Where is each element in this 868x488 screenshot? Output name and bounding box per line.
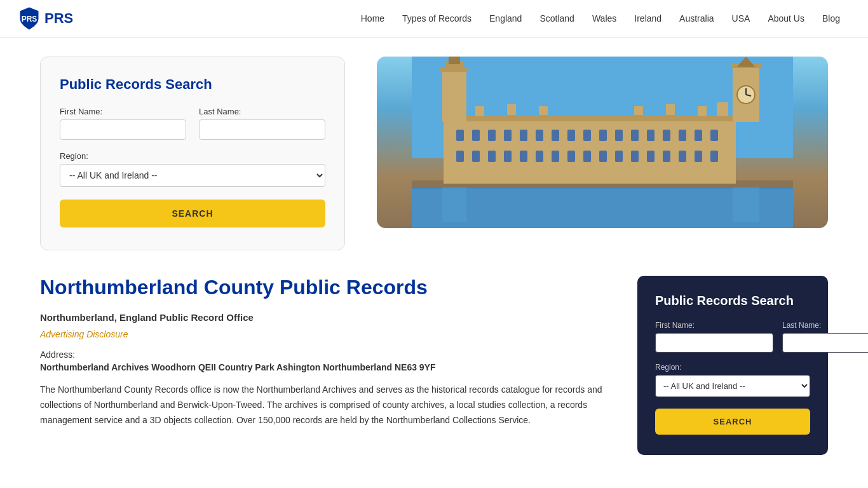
- svg-rect-60: [733, 187, 759, 222]
- nav-ireland[interactable]: Ireland: [625, 8, 670, 29]
- nav-wales[interactable]: Wales: [583, 8, 625, 29]
- search-button[interactable]: SEARCH: [60, 200, 325, 227]
- nav-about-us[interactable]: About Us: [759, 8, 813, 29]
- article: Northumberland County Public Records Nor…: [40, 276, 612, 428]
- nav-types-of-records[interactable]: Types of Records: [393, 8, 480, 29]
- address-label: Address:: [40, 349, 612, 360]
- svg-rect-20: [679, 130, 686, 141]
- first-name-input[interactable]: [60, 119, 186, 140]
- svg-rect-39: [710, 151, 718, 162]
- search-card-title: Public Records Search: [60, 76, 325, 93]
- svg-rect-43: [507, 104, 516, 115]
- svg-rect-31: [583, 151, 591, 162]
- svg-rect-13: [567, 130, 575, 141]
- sidebar-search-title: Public Records Search: [655, 294, 810, 308]
- svg-rect-9: [504, 130, 512, 141]
- svg-rect-52: [449, 57, 460, 64]
- sidebar-first-name-label: First Name:: [655, 321, 773, 330]
- sidebar-last-name-input[interactable]: [782, 333, 868, 353]
- search-card: Public Records Search First Name: Last N…: [40, 57, 345, 250]
- svg-rect-42: [475, 106, 484, 116]
- svg-rect-61: [442, 187, 466, 222]
- svg-rect-30: [567, 151, 575, 162]
- sidebar-region-select[interactable]: -- All UK and Ireland -- England Scotlan…: [655, 375, 810, 397]
- svg-rect-25: [488, 151, 496, 162]
- top-section: Public Records Search First Name: Last N…: [40, 57, 828, 250]
- svg-rect-12: [552, 130, 559, 141]
- sidebar-first-name-input[interactable]: [655, 333, 773, 353]
- svg-rect-32: [599, 151, 607, 162]
- search-form-row: First Name: Last Name:: [60, 107, 325, 140]
- nav-england[interactable]: England: [480, 8, 531, 29]
- svg-rect-19: [663, 130, 670, 141]
- article-body: The Northumberland County Records office…: [40, 383, 612, 428]
- sidebar-search-card: Public Records Search First Name: Last N…: [637, 276, 828, 455]
- svg-rect-24: [472, 151, 480, 162]
- svg-rect-8: [488, 130, 496, 141]
- svg-rect-18: [647, 130, 654, 141]
- nav-usa[interactable]: USA: [723, 8, 759, 29]
- sidebar-form-row: First Name: Last Name:: [655, 321, 810, 353]
- svg-rect-33: [615, 151, 623, 162]
- last-name-group: Last Name:: [199, 107, 325, 140]
- svg-rect-23: [456, 151, 464, 162]
- region-label: Region:: [60, 151, 325, 161]
- svg-rect-15: [599, 130, 607, 141]
- nav-home[interactable]: Home: [352, 8, 393, 29]
- svg-rect-6: [456, 130, 464, 141]
- sidebar-first-name-group: First Name:: [655, 321, 773, 353]
- svg-rect-48: [717, 102, 728, 116]
- sidebar-search-button[interactable]: SEARCH: [655, 409, 810, 435]
- first-name-group: First Name:: [60, 107, 186, 140]
- svg-rect-27: [520, 151, 527, 162]
- main-nav: PRS PRS Home Types of Records England Sc…: [0, 0, 868, 37]
- advertising-disclosure[interactable]: Advertising Disclosure: [40, 329, 612, 339]
- svg-rect-40: [444, 115, 736, 121]
- logo-text: PRS: [44, 10, 73, 27]
- svg-rect-11: [536, 130, 543, 141]
- main-content: Public Records Search First Name: Last N…: [21, 37, 847, 455]
- nav-links: Home Types of Records England Scotland W…: [352, 8, 849, 29]
- address-value: Northumberland Archives Woodhorn QEII Co…: [40, 362, 612, 372]
- svg-rect-47: [698, 106, 707, 116]
- nav-blog[interactable]: Blog: [813, 8, 849, 29]
- first-name-label: First Name:: [60, 107, 186, 116]
- svg-rect-10: [520, 130, 527, 141]
- nav-scotland[interactable]: Scotland: [531, 8, 583, 29]
- logo-link[interactable]: PRS PRS: [19, 6, 73, 30]
- svg-rect-7: [472, 130, 480, 141]
- svg-rect-38: [695, 151, 702, 162]
- region-group: Region: -- All UK and Ireland -- England…: [60, 151, 325, 187]
- bottom-section: Northumberland County Public Records Nor…: [40, 276, 828, 455]
- last-name-label: Last Name:: [199, 107, 325, 116]
- svg-rect-59: [444, 188, 736, 220]
- sidebar-region-label: Region:: [655, 363, 810, 372]
- sidebar-last-name-group: Last Name:: [782, 321, 868, 353]
- article-subtitle: Northumberland, England Public Record Of…: [40, 312, 612, 323]
- svg-rect-21: [695, 130, 702, 141]
- logo-icon: PRS: [19, 6, 39, 30]
- svg-rect-49: [442, 69, 466, 121]
- svg-rect-22: [710, 130, 718, 141]
- svg-rect-46: [666, 104, 675, 115]
- article-title: Northumberland County Public Records: [40, 276, 612, 299]
- svg-rect-37: [679, 151, 686, 162]
- svg-rect-44: [539, 106, 548, 115]
- svg-rect-34: [631, 151, 639, 162]
- last-name-input[interactable]: [199, 119, 325, 140]
- nav-australia[interactable]: Australia: [670, 8, 722, 29]
- svg-rect-26: [504, 151, 512, 162]
- svg-rect-35: [647, 151, 654, 162]
- hero-image: [377, 57, 828, 228]
- svg-text:PRS: PRS: [22, 15, 37, 24]
- sidebar-last-name-label: Last Name:: [782, 321, 868, 330]
- svg-rect-45: [634, 106, 643, 115]
- svg-rect-14: [583, 130, 591, 141]
- region-select[interactable]: -- All UK and Ireland -- England Scotlan…: [60, 164, 325, 187]
- svg-rect-17: [631, 130, 639, 141]
- svg-rect-36: [663, 151, 670, 162]
- svg-rect-29: [552, 151, 559, 162]
- parliament-illustration: [377, 57, 828, 228]
- svg-rect-16: [615, 130, 623, 141]
- sidebar-region-group: Region: -- All UK and Ireland -- England…: [655, 363, 810, 397]
